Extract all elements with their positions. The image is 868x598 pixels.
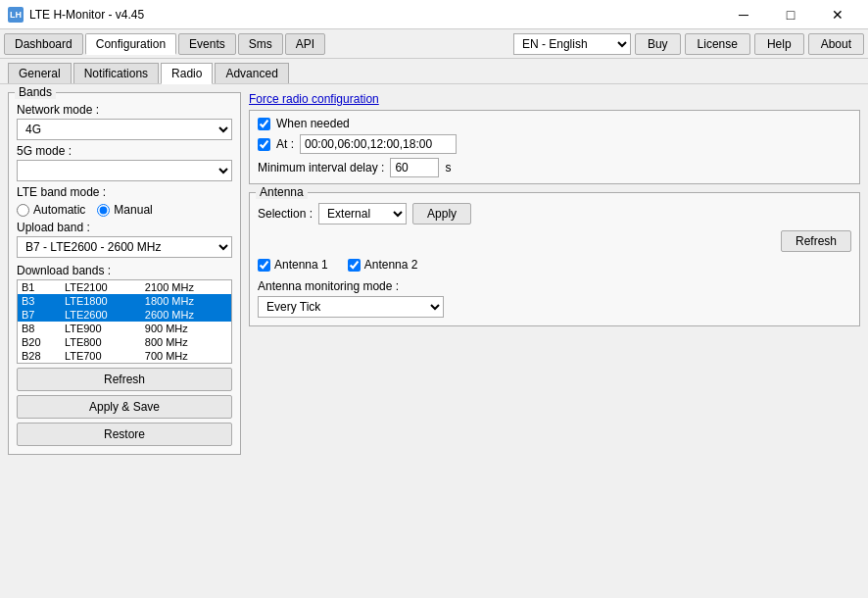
upload-band-select[interactable]: B7 - LTE2600 - 2600 MHz bbox=[17, 236, 232, 258]
app-icon: LH bbox=[8, 7, 24, 23]
maximize-button[interactable]: □ bbox=[768, 0, 813, 29]
when-needed-label: When needed bbox=[276, 117, 350, 130]
selection-row: Selection : External Internal Auto Apply bbox=[258, 203, 851, 224]
antenna2-label: Antenna 2 bbox=[364, 258, 418, 272]
selection-label: Selection : bbox=[258, 207, 313, 221]
interval-unit: s bbox=[445, 161, 451, 174]
table-row[interactable]: B7LTE26002600 MHz bbox=[18, 308, 232, 322]
bands-group-label: Bands bbox=[15, 85, 56, 99]
automatic-radio-input[interactable] bbox=[17, 204, 29, 217]
tab-events[interactable]: Events bbox=[178, 33, 236, 55]
interval-label: Minimum interval delay : bbox=[258, 161, 384, 174]
table-row[interactable]: B28LTE700700 MHz bbox=[18, 349, 232, 364]
fiveg-mode-label: 5G mode : bbox=[17, 144, 232, 158]
antenna-mode-label: Antenna monitoring mode : bbox=[258, 279, 851, 293]
antenna2-checkbox-label[interactable]: Antenna 2 bbox=[348, 258, 418, 272]
sub-tab-advanced[interactable]: Advanced bbox=[215, 63, 288, 83]
bands-table: B1LTE21002100 MHzB3LTE18001800 MHzB7LTE2… bbox=[17, 279, 232, 364]
title-bar: LH LTE H-Monitor - v4.45 ─ □ ✕ bbox=[0, 0, 868, 29]
tab-dashboard[interactable]: Dashboard bbox=[4, 33, 83, 55]
manual-radio[interactable]: Manual bbox=[97, 203, 152, 217]
antenna-mode-select[interactable]: Every Tick Every Minute Disabled bbox=[258, 296, 444, 318]
language-select[interactable]: EN - English bbox=[513, 33, 631, 55]
automatic-radio[interactable]: Automatic bbox=[17, 203, 85, 217]
when-needed-checkbox[interactable] bbox=[258, 118, 270, 130]
antenna2-checkbox[interactable] bbox=[348, 259, 361, 272]
sub-tab-radio[interactable]: Radio bbox=[161, 63, 213, 84]
table-row[interactable]: B3LTE18001800 MHz bbox=[18, 294, 232, 308]
interval-input[interactable] bbox=[390, 158, 439, 177]
minimize-button[interactable]: ─ bbox=[721, 0, 766, 29]
close-button[interactable]: ✕ bbox=[815, 0, 860, 29]
force-radio-box: When needed At : Minimum interval delay … bbox=[249, 110, 860, 184]
left-panel: Bands Network mode : 4G 3G 2G Auto 5G mo… bbox=[8, 92, 241, 588]
content-area: Bands Network mode : 4G 3G 2G Auto 5G mo… bbox=[0, 84, 868, 596]
selection-combo[interactable]: External Internal Auto bbox=[318, 203, 407, 224]
tab-sms[interactable]: Sms bbox=[238, 33, 283, 55]
manual-radio-input[interactable] bbox=[97, 204, 110, 217]
about-button[interactable]: About bbox=[808, 33, 864, 55]
at-time-input[interactable] bbox=[300, 134, 457, 154]
right-panel: Force radio configuration When needed At… bbox=[249, 92, 860, 588]
table-row[interactable]: B1LTE21002100 MHz bbox=[18, 280, 232, 295]
tab-configuration[interactable]: Configuration bbox=[85, 33, 176, 55]
window-title: LTE H-Monitor - v4.45 bbox=[29, 8, 144, 22]
network-mode-label: Network mode : bbox=[17, 103, 232, 117]
upload-band-label: Upload band : bbox=[17, 221, 232, 234]
antenna-refresh-button[interactable]: Refresh bbox=[781, 230, 851, 252]
force-radio-link[interactable]: Force radio configuration bbox=[249, 92, 379, 106]
title-bar-controls: ─ □ ✕ bbox=[721, 0, 860, 29]
sub-tab-general[interactable]: General bbox=[8, 63, 72, 83]
at-row: At : bbox=[258, 134, 851, 154]
antenna-group-label: Antenna bbox=[256, 185, 308, 199]
download-bands-label: Download bands : bbox=[17, 264, 232, 277]
tab-api[interactable]: API bbox=[285, 33, 325, 55]
antenna-group: Antenna Selection : External Internal Au… bbox=[249, 192, 860, 326]
antenna-check-row: Antenna 1 Antenna 2 bbox=[258, 258, 851, 272]
menu-right: EN - English Buy License Help About bbox=[513, 33, 864, 55]
fiveg-mode-select[interactable] bbox=[17, 160, 232, 181]
network-mode-select[interactable]: 4G 3G 2G Auto bbox=[17, 119, 232, 140]
antenna1-checkbox[interactable] bbox=[258, 259, 270, 272]
title-bar-left: LH LTE H-Monitor - v4.45 bbox=[8, 7, 144, 23]
bands-group: Bands Network mode : 4G 3G 2G Auto 5G mo… bbox=[8, 92, 241, 455]
when-needed-row: When needed bbox=[258, 117, 851, 130]
antenna1-checkbox-label[interactable]: Antenna 1 bbox=[258, 258, 328, 272]
interval-row: Minimum interval delay : s bbox=[258, 158, 851, 177]
at-label: At : bbox=[276, 137, 294, 151]
license-button[interactable]: License bbox=[685, 33, 750, 55]
menu-bar: Dashboard Configuration Events Sms API E… bbox=[0, 29, 868, 59]
sub-tab-bar: General Notifications Radio Advanced bbox=[0, 59, 868, 84]
refresh-bands-button[interactable]: Refresh bbox=[17, 368, 232, 391]
help-button[interactable]: Help bbox=[754, 33, 804, 55]
restore-button[interactable]: Restore bbox=[17, 423, 232, 446]
buy-button[interactable]: Buy bbox=[635, 33, 681, 55]
lte-band-radio-group: Automatic Manual bbox=[17, 203, 232, 217]
lte-band-label: LTE band mode : bbox=[17, 185, 232, 199]
table-row[interactable]: B8LTE900900 MHz bbox=[18, 322, 232, 335]
antenna1-label: Antenna 1 bbox=[274, 258, 328, 272]
table-row[interactable]: B20LTE800800 MHz bbox=[18, 335, 232, 349]
sub-tab-notifications[interactable]: Notifications bbox=[73, 63, 159, 83]
apply-save-button[interactable]: Apply & Save bbox=[17, 395, 232, 419]
antenna-apply-button[interactable]: Apply bbox=[412, 203, 471, 224]
menu-tabs: Dashboard Configuration Events Sms API bbox=[4, 33, 325, 55]
at-checkbox[interactable] bbox=[258, 138, 270, 151]
